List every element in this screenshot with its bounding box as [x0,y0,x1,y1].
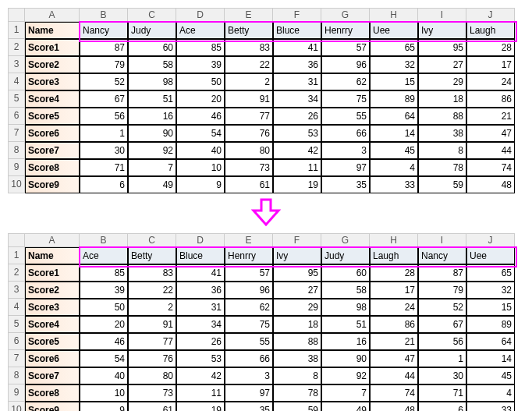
row-header[interactable]: 5 [8,90,25,108]
cell-value[interactable]: 19 [273,176,321,193]
cell-value[interactable]: 71 [80,159,128,176]
cell-value[interactable]: 41 [176,264,225,282]
cell-value[interactable]: 38 [273,350,321,367]
cell-value[interactable]: 42 [176,367,225,384]
cell-value[interactable]: 65 [466,264,515,282]
cell-person-name[interactable]: Nancy [80,22,128,39]
cell-value[interactable]: 54 [176,125,225,142]
cell-value[interactable]: 67 [80,90,128,108]
cell-value[interactable]: 34 [273,90,321,108]
cell-value[interactable]: 62 [321,73,370,90]
cell-value[interactable]: 22 [225,56,273,73]
cell-value[interactable]: 6 [418,402,466,411]
cell-value[interactable]: 10 [176,159,225,176]
cell-value[interactable]: 95 [273,264,321,282]
cell-value[interactable]: 55 [225,333,273,350]
cell-value[interactable]: 83 [225,39,273,56]
column-header[interactable]: B [80,8,128,22]
cell-value[interactable]: 88 [418,108,466,125]
cell-value[interactable]: 28 [466,39,515,56]
row-header[interactable]: 10 [8,402,25,411]
cell-value[interactable]: 45 [370,142,418,159]
cell-value[interactable]: 39 [176,56,225,73]
cell-value[interactable]: 97 [321,159,370,176]
cell-value[interactable]: 61 [225,176,273,193]
column-header[interactable]: H [370,233,418,247]
cell-value[interactable]: 86 [466,90,515,108]
cell-score-label[interactable]: Score5 [25,108,80,125]
select-all-corner[interactable] [8,8,25,22]
column-header[interactable]: F [273,233,321,247]
cell-value[interactable]: 40 [80,367,128,384]
cell-value[interactable]: 24 [466,73,515,90]
cell-value[interactable]: 74 [370,384,418,402]
cell-value[interactable]: 60 [321,264,370,282]
cell-value[interactable]: 11 [273,159,321,176]
cell-value[interactable]: 30 [418,367,466,384]
cell-score-label[interactable]: Score6 [25,125,80,142]
cell-value[interactable]: 56 [80,108,128,125]
cell-value[interactable]: 73 [225,159,273,176]
row-header[interactable]: 5 [8,316,25,333]
cell-value[interactable]: 26 [273,108,321,125]
cell-value[interactable]: 31 [176,299,225,316]
cell-value[interactable]: 98 [321,299,370,316]
cell-value[interactable]: 33 [370,176,418,193]
cell-person-name[interactable]: Laugh [370,247,418,264]
cell-value[interactable]: 20 [176,90,225,108]
cell-value[interactable]: 92 [128,142,176,159]
cell-person-name[interactable]: Bluce [273,22,321,39]
cell-person-name[interactable]: Laugh [466,22,515,39]
cell-value[interactable]: 79 [418,282,466,299]
cell-value[interactable]: 3 [321,142,370,159]
cell-value[interactable]: 48 [370,402,418,411]
column-header[interactable]: G [321,8,370,22]
cell-value[interactable]: 21 [466,108,515,125]
cell-value[interactable]: 85 [80,264,128,282]
cell-value[interactable]: 78 [273,384,321,402]
row-header[interactable]: 9 [8,159,25,176]
cell-person-name[interactable]: Betty [128,247,176,264]
cell-value[interactable]: 76 [128,350,176,367]
cell-value[interactable]: 49 [128,176,176,193]
cell-value[interactable]: 35 [321,176,370,193]
cell-score-label[interactable]: Score9 [25,402,80,411]
cell-value[interactable]: 6 [80,176,128,193]
cell-value[interactable]: 18 [418,90,466,108]
cell-value[interactable]: 64 [370,108,418,125]
cell-value[interactable]: 11 [176,384,225,402]
cell-value[interactable]: 7 [321,384,370,402]
cell-value[interactable]: 48 [466,176,515,193]
select-all-corner[interactable] [8,233,25,247]
cell-value[interactable]: 27 [273,282,321,299]
cell-value[interactable]: 87 [80,39,128,56]
cell-value[interactable]: 10 [80,384,128,402]
row-header[interactable]: 7 [8,350,25,367]
cell-person-name[interactable]: Henrry [321,22,370,39]
cell-value[interactable]: 17 [466,56,515,73]
cell-value[interactable]: 1 [418,350,466,367]
cell-value[interactable]: 30 [80,142,128,159]
row-header[interactable]: 4 [8,73,25,90]
cell-value[interactable]: 53 [176,350,225,367]
cell-value[interactable]: 54 [80,350,128,367]
column-header[interactable]: C [128,233,176,247]
column-header[interactable]: F [273,8,321,22]
cell-score-label[interactable]: Score8 [25,384,80,402]
cell-value[interactable]: 95 [418,39,466,56]
column-header[interactable]: E [225,233,273,247]
cell-value[interactable]: 1 [80,125,128,142]
cell-value[interactable]: 49 [321,402,370,411]
row-header[interactable]: 9 [8,384,25,402]
row-header[interactable]: 7 [8,125,25,142]
cell-person-name[interactable]: Judy [321,247,370,264]
cell-value[interactable]: 15 [466,299,515,316]
cell-value[interactable]: 36 [176,282,225,299]
cell-value[interactable]: 57 [321,39,370,56]
cell-value[interactable]: 19 [176,402,225,411]
cell-value[interactable]: 66 [225,350,273,367]
cell-value[interactable]: 92 [321,367,370,384]
cell-score-label[interactable]: Score2 [25,282,80,299]
cell-value[interactable]: 60 [128,39,176,56]
cell-value[interactable]: 88 [273,333,321,350]
